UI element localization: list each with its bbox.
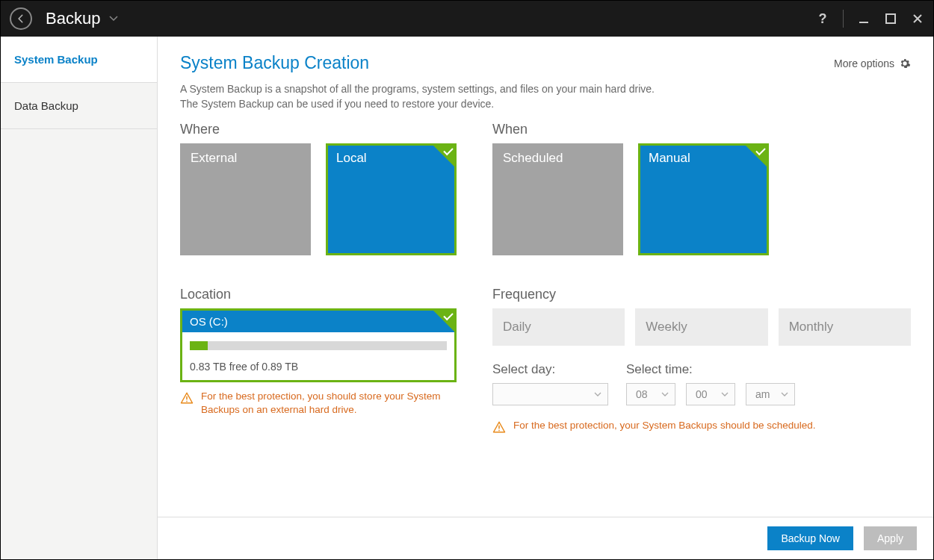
minimize-icon [859,13,869,24]
close-button[interactable] [911,12,924,25]
chevron-down-icon [781,392,788,396]
location-card[interactable]: OS (C:) 0.83 TB free of 0.89 TB [180,308,457,382]
sidebar-item-data-backup[interactable]: Data Backup [1,83,157,129]
frequency-option-monthly[interactable]: Monthly [779,308,911,346]
svg-rect-1 [886,14,895,23]
back-button[interactable] [10,7,32,30]
select-minute-value: 00 [696,388,708,400]
more-options-label: More options [834,57,894,69]
frequency-warning: For the best protection, your System Bac… [492,419,911,434]
sidebar-item-label: System Backup [14,53,98,66]
frequency-option-weekly[interactable]: Weekly [635,308,767,346]
location-label: Location [180,287,457,302]
chevron-down-icon [109,16,118,22]
frequency-option-daily[interactable]: Daily [492,308,625,346]
when-option-scheduled[interactable]: Scheduled [492,143,623,255]
page-description: A System Backup is a snapshot of all the… [180,82,911,111]
warning-icon [492,420,506,434]
select-hour-dropdown[interactable]: 08 [626,383,675,405]
select-time-label: Select time: [626,362,795,377]
location-drive-name: OS (C:) [182,311,454,332]
titlebar-divider [843,10,844,28]
tile-label: Scheduled [503,151,563,165]
titlebar: Backup ? [1,1,933,37]
chevron-down-icon [661,392,669,396]
location-usage-bar [190,341,447,350]
select-minute-dropdown[interactable]: 00 [686,383,735,405]
sidebar-item-system-backup[interactable]: System Backup [1,37,157,83]
maximize-icon [885,13,896,24]
more-options-button[interactable]: More options [834,57,911,69]
location-usage-fill [190,341,208,350]
frequency-option-label: Weekly [646,320,687,335]
apply-button[interactable]: Apply [864,526,917,550]
location-warning: For the best protection, you should stor… [180,390,457,417]
when-option-manual[interactable]: Manual [638,143,769,255]
where-label: Where [180,122,457,137]
help-button[interactable]: ? [816,12,829,25]
chevron-down-icon [594,392,601,396]
select-day-dropdown[interactable] [492,383,608,405]
location-free-text: 0.83 TB free of 0.89 TB [190,361,447,373]
when-label: When [492,122,911,137]
select-ampm-dropdown[interactable]: am [746,383,795,405]
arrow-left-icon [16,13,26,24]
minimize-button[interactable] [857,12,870,25]
sidebar: System Backup Data Backup [1,37,158,559]
frequency-option-label: Monthly [789,320,834,335]
svg-rect-0 [859,22,868,23]
tile-label: Manual [649,151,690,165]
footer: Backup Now Apply [158,517,933,559]
where-option-external[interactable]: External [180,143,311,255]
svg-rect-2 [186,396,188,400]
select-ampm-value: am [755,388,770,400]
backup-now-button[interactable]: Backup Now [767,526,853,550]
where-option-local[interactable]: Local [326,143,457,255]
svg-rect-4 [498,426,500,429]
select-hour-value: 08 [636,388,648,400]
frequency-label: Frequency [492,287,911,302]
page-title: System Backup Creation [180,53,369,73]
svg-rect-5 [498,430,500,432]
close-icon [912,13,923,24]
title-dropdown[interactable] [109,16,118,22]
warning-icon [180,391,194,405]
window-title: Backup [46,9,100,28]
button-label: Apply [877,532,903,544]
tile-label: Local [336,151,367,165]
maximize-button[interactable] [884,12,897,25]
sidebar-item-label: Data Backup [14,99,78,112]
chevron-down-icon [721,392,729,396]
location-warning-text: For the best protection, you should stor… [201,390,457,417]
gear-icon [899,57,911,69]
button-label: Backup Now [781,532,840,544]
tile-label: External [191,151,237,165]
frequency-warning-text: For the best protection, your System Bac… [513,419,815,432]
frequency-option-label: Daily [503,320,531,335]
svg-rect-3 [186,401,188,402]
select-day-label: Select day: [492,362,608,377]
